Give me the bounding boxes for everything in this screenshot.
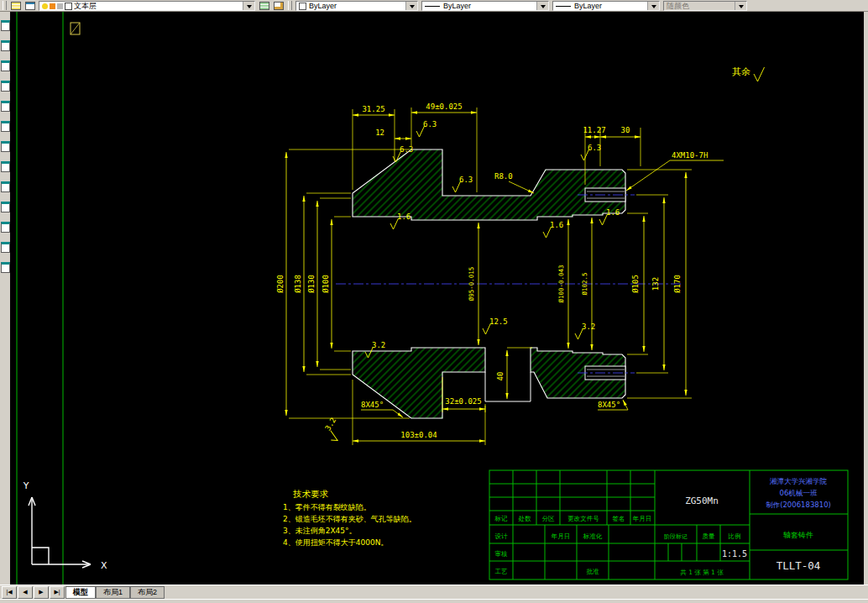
dim-103: 103±0.04 <box>400 431 437 439</box>
make-layer-current-icon[interactable] <box>258 1 270 10</box>
current-linetype: ByLayer <box>443 2 471 10</box>
tab-nav-first[interactable]: |◀ <box>2 586 17 599</box>
toolbar-grip-2[interactable] <box>288 1 292 10</box>
tb-standard-label: 标准化 <box>583 532 603 540</box>
dim-dia100-right: Ø100-0.043 <box>557 265 565 302</box>
tb-header-count: 处数 <box>518 515 532 522</box>
tb-student-id: 制作(2006183810) <box>766 501 831 509</box>
tb-header-zone: 分区 <box>542 515 556 522</box>
docked-icon[interactable] <box>1 141 10 152</box>
tb-material: ZG50Mn <box>685 496 719 506</box>
docked-icon[interactable] <box>1 202 10 212</box>
docked-icon[interactable] <box>1 242 10 253</box>
color-dropdown[interactable]: ByLayer <box>295 1 418 11</box>
docked-icon[interactable] <box>1 181 10 192</box>
layer-dropdown[interactable]: 文本层 <box>39 1 255 11</box>
docked-icon[interactable] <box>1 60 10 71</box>
tab-nav-last[interactable]: ▶| <box>50 586 65 599</box>
layers-icon[interactable] <box>9 1 22 10</box>
tech-notes-title: 技术要求 <box>293 489 329 499</box>
docked-icon[interactable] <box>1 101 10 112</box>
tb-header-mark: 标记 <box>494 515 509 522</box>
linetype-sample <box>425 6 440 7</box>
drawing-canvas[interactable]: 31.25 49±0.025 12 11.27 30 4XM10-7H R8.0… <box>10 11 864 585</box>
tb-approve-label: 批准 <box>587 568 600 575</box>
current-plotstyle: 随颜色 <box>667 1 689 12</box>
roughness-1-6: 1.6 <box>550 221 563 229</box>
tab-layout2[interactable]: 布局2 <box>130 586 165 599</box>
ucs-icon: Y X <box>23 480 107 571</box>
layer-color-chip <box>65 3 72 10</box>
tech-note-3: 3、未注倒角2X45°。 <box>283 527 357 535</box>
docked-icon[interactable] <box>1 222 10 233</box>
docked-icon[interactable] <box>1 161 10 172</box>
tab-nav-next[interactable]: ▶ <box>34 586 49 599</box>
chamfer-note-left: 8X45° <box>361 401 384 409</box>
dim-132: 132 <box>651 277 660 291</box>
roughness-12-5: 12.5 <box>489 317 508 326</box>
tb-header-sign: 签名 <box>613 515 625 522</box>
title-block: 标记 处数 分区 更改文件号 签名 年月日 设计 年月日 标准化 审核 工艺 批… <box>489 470 848 579</box>
dim-dia105: Ø105 <box>631 275 640 293</box>
dim-30: 30 <box>621 126 630 134</box>
command-window-edge <box>0 599 868 603</box>
tb-stage-label: 阶段标记 <box>664 533 688 540</box>
layer-previous-icon[interactable] <box>272 1 285 10</box>
roughness-6-3: 6.3 <box>400 145 413 154</box>
tab-layout1[interactable]: 布局1 <box>96 586 130 599</box>
tb-sheet-note: 共 1 张 第 1 张 <box>680 569 724 576</box>
dimension-lines <box>286 67 765 445</box>
plotstyle-dropdown-arrow <box>735 2 746 10</box>
color-dropdown-arrow[interactable] <box>405 2 417 10</box>
docked-icon[interactable] <box>1 121 10 132</box>
tech-note-4: 4、使用扭矩不得大于4000N。 <box>283 538 388 547</box>
tab-model[interactable]: 模型 <box>65 586 96 599</box>
tapped-hole-bottom <box>578 366 635 380</box>
layer-dropdown-arrow[interactable] <box>243 2 254 10</box>
dim-dia130: Ø130 <box>307 275 316 293</box>
tb-class: 06机械一班 <box>780 489 818 497</box>
layer-states-icon[interactable] <box>24 1 36 10</box>
sheet-frame <box>17 11 80 585</box>
current-color: ByLayer <box>309 2 337 10</box>
tech-note-1: 1、零件不得有裂纹缺陷。 <box>283 503 371 511</box>
roughness-6-3: 6.3 <box>588 144 601 152</box>
current-lineweight: ByLayer <box>574 2 602 10</box>
dimension-texts: 31.25 49±0.025 12 11.27 30 4XM10-7H R8.0… <box>276 66 750 439</box>
tb-design-label: 设计 <box>495 532 509 540</box>
layer-lock-icon <box>57 3 63 9</box>
linetype-dropdown[interactable]: ByLayer <box>421 1 549 11</box>
roughness-6-3: 6.3 <box>459 176 473 184</box>
dim-dia100-left: Ø100 <box>322 275 330 293</box>
dim-49: 49±0.025 <box>426 102 462 111</box>
docked-icon[interactable] <box>1 262 10 273</box>
part-section <box>336 149 682 418</box>
tb-scale-label: 比例 <box>729 532 741 540</box>
tb-process-label: 工艺 <box>495 568 509 575</box>
tb-check-label: 审核 <box>495 550 509 558</box>
roughness-3-2: 3.2 <box>372 341 385 349</box>
toolbar-grip[interactable] <box>3 1 7 10</box>
dim-thread: 4XM10-7H <box>672 151 708 160</box>
tb-date-label: 年月日 <box>551 532 571 540</box>
rest-surfaces-label: 其余 <box>732 66 750 77</box>
tab-nav-prev[interactable]: ◀ <box>18 586 33 599</box>
lineweight-sample <box>556 6 571 7</box>
chamfer-note-right: 8X45° <box>598 401 620 409</box>
model-space-canvas[interactable]: 31.25 49±0.025 12 11.27 30 4XM10-7H R8.0… <box>10 11 864 585</box>
tb-weight-label: 质量 <box>703 532 716 540</box>
tb-school: 湘潭大学兴湘学院 <box>769 477 828 485</box>
dim-dia170: Ø170 <box>673 275 682 293</box>
dim-40: 40 <box>496 372 505 381</box>
tb-scale-value: 1:1.5 <box>722 549 747 558</box>
dim-31-25: 31.25 <box>362 105 384 113</box>
lineweight-dropdown-arrow[interactable] <box>647 2 659 10</box>
dim-12: 12 <box>375 128 384 137</box>
roughness-1-6: 1.6 <box>397 212 410 221</box>
docked-icon[interactable] <box>1 81 10 92</box>
docked-icon[interactable] <box>1 20 10 31</box>
lineweight-dropdown[interactable]: ByLayer <box>552 1 660 11</box>
roughness-1-6: 1.6 <box>606 208 620 217</box>
docked-icon[interactable] <box>1 40 10 51</box>
linetype-dropdown-arrow[interactable] <box>536 2 548 10</box>
